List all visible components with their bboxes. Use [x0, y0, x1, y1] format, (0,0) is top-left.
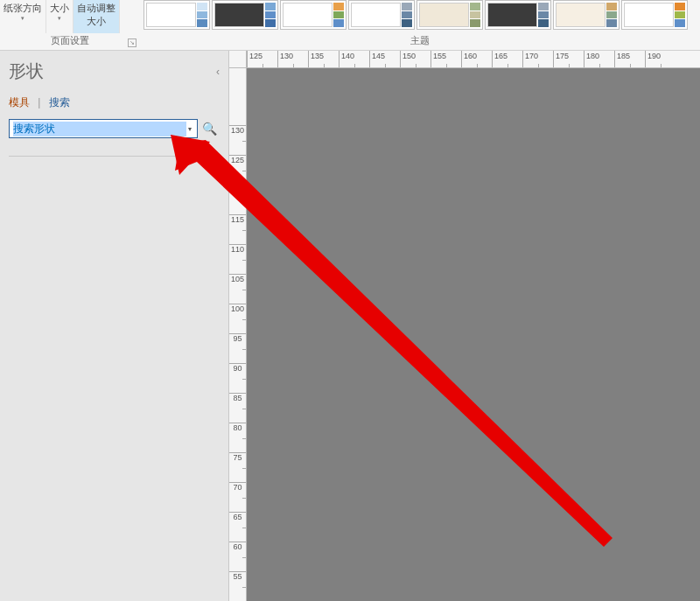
autosize-label-1: 自动调整 [77, 2, 116, 15]
ruler-tick: 120 [229, 185, 246, 214]
orientation-button[interactable]: 纸张方向 ▾ [0, 0, 46, 33]
ruler-tick: 130 [229, 125, 246, 155]
theme-swatch[interactable] [485, 0, 551, 30]
ruler-tick: 145 [369, 51, 400, 67]
ruler-tick: 180 [584, 51, 614, 67]
ruler-tick: 125 [247, 51, 277, 67]
themes-group: 主题 [140, 0, 700, 49]
ruler-tick: 65 [229, 512, 246, 542]
ruler-tick: 160 [461, 51, 492, 67]
ruler-tick: 130 [277, 51, 308, 67]
theme-swatch[interactable] [416, 0, 483, 30]
ruler-tick: 80 [229, 423, 246, 452]
ruler-tick: 95 [229, 333, 246, 363]
horizontal-ruler: 1251301351401451501551601651701751801851… [247, 51, 700, 68]
chevron-down-icon: ▾ [50, 15, 69, 22]
ruler-corner [229, 51, 247, 68]
theme-swatch[interactable] [348, 0, 415, 30]
ruler-tick: 70 [229, 482, 246, 512]
ruler-tick: 105 [229, 274, 246, 304]
canvas-area: 1251301351401451501551601651701751801851… [229, 51, 700, 601]
ruler-tick: 90 [229, 363, 246, 393]
page-setup-group-label: 页面设置 ↘ [0, 33, 140, 49]
autosize-button[interactable]: 自动调整 大小 [74, 0, 120, 33]
ribbon: 纸张方向 ▾ 大小 ▾ 自动调整 大小 页面设置 ↘ [0, 0, 700, 51]
ruler-tick: 60 [229, 542, 246, 571]
theme-swatch[interactable] [280, 0, 346, 30]
search-row: 搜索形状 ▾ 🔍 [9, 119, 220, 138]
search-input[interactable]: 搜索形状 ▾ [9, 119, 198, 138]
ruler-tick: 135 [308, 51, 339, 67]
ruler-tick: 110 [229, 244, 246, 274]
ruler-tick: 175 [553, 51, 584, 67]
search-input-text: 搜索形状 [13, 122, 186, 136]
theme-swatch[interactable] [553, 0, 620, 30]
ruler-tick: 165 [492, 51, 522, 67]
theme-swatch[interactable] [621, 0, 688, 30]
tab-search[interactable]: 搜索 [49, 96, 70, 108]
chevron-down-icon: ▾ [4, 15, 42, 22]
drawing-canvas[interactable] [247, 68, 700, 601]
ruler-tick: 150 [400, 51, 430, 67]
theme-gallery[interactable] [140, 0, 700, 33]
theme-swatch[interactable] [212, 0, 278, 30]
ruler-tick: 190 [645, 51, 676, 67]
shapes-pane-tabs: 模具 | 搜索 [9, 95, 220, 110]
dialog-launcher-icon[interactable]: ↘ [128, 38, 136, 47]
ruler-tick: 100 [229, 304, 246, 333]
shapes-pane: 形状 ‹ 模具 | 搜索 搜索形状 ▾ 🔍 [0, 51, 229, 601]
collapse-pane-icon[interactable]: ‹ [216, 66, 220, 78]
ruler-tick: 155 [430, 51, 461, 67]
ruler-tick: 125 [229, 155, 246, 185]
autosize-label-2: 大小 [77, 15, 116, 28]
page-setup-group: 纸张方向 ▾ 大小 ▾ 自动调整 大小 页面设置 ↘ [0, 0, 140, 49]
ruler-tick: 170 [522, 51, 553, 67]
ruler-tick: 55 [229, 571, 246, 601]
ruler-tick: 185 [614, 51, 645, 67]
ruler-tick: 75 [229, 452, 246, 482]
ruler-tick: 85 [229, 393, 246, 423]
themes-group-label: 主题 [140, 33, 700, 49]
size-label: 大小 [50, 2, 69, 15]
ruler-tick: 140 [339, 51, 369, 67]
chevron-down-icon[interactable]: ▾ [186, 125, 193, 133]
pane-divider [9, 156, 220, 157]
tab-stencils[interactable]: 模具 [9, 96, 30, 108]
ruler-tick: 115 [229, 214, 246, 244]
size-button[interactable]: 大小 ▾ [46, 0, 74, 33]
orientation-label: 纸张方向 [4, 2, 42, 15]
vertical-ruler: 556065707580859095100105110115120125130 [229, 68, 247, 601]
shapes-pane-title: 形状 [9, 59, 44, 83]
tab-separator: | [38, 96, 40, 108]
main-area: 形状 ‹ 模具 | 搜索 搜索形状 ▾ 🔍 125130135140145150… [0, 51, 700, 601]
search-icon[interactable]: 🔍 [200, 122, 220, 136]
theme-swatch[interactable] [144, 0, 210, 30]
